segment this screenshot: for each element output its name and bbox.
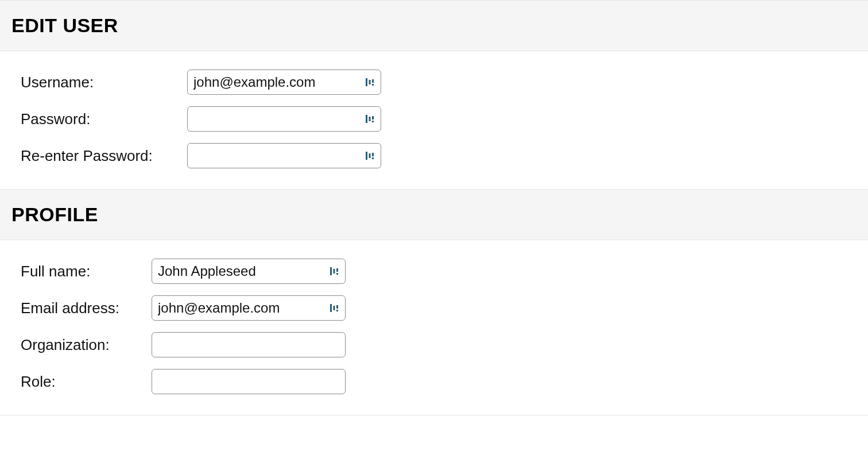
footer-divider (0, 415, 868, 415)
role-label: Role: (21, 373, 152, 391)
full-name-input-wrap (152, 259, 346, 284)
edit-user-header: EDIT USER (0, 0, 868, 51)
username-input-wrap (187, 70, 381, 95)
password-row: Password: (21, 106, 847, 132)
email-input[interactable] (152, 295, 346, 321)
full-name-label: Full name: (21, 263, 152, 280)
profile-heading: PROFILE (11, 203, 857, 226)
edit-user-heading: EDIT USER (11, 14, 857, 37)
organization-row: Organization: (21, 332, 847, 357)
password-input[interactable] (187, 106, 381, 132)
password-input-wrap (187, 106, 381, 132)
email-row: Email address: (21, 295, 847, 321)
email-input-wrap (152, 295, 346, 321)
role-row: Role: (21, 369, 847, 394)
role-input-wrap (152, 369, 346, 394)
reenter-password-label: Re-enter Password: (21, 147, 187, 165)
reenter-password-input-wrap (187, 143, 381, 168)
password-label: Password: (21, 110, 187, 128)
profile-body: Full name: Email address: (0, 240, 868, 415)
organization-input[interactable] (152, 332, 346, 357)
username-input[interactable] (187, 70, 381, 95)
profile-header: PROFILE (0, 189, 868, 240)
email-label: Email address: (21, 299, 152, 317)
reenter-password-row: Re-enter Password: (21, 143, 847, 168)
role-input[interactable] (152, 369, 346, 394)
organization-label: Organization: (21, 336, 152, 354)
full-name-input[interactable] (152, 259, 346, 284)
username-row: Username: (21, 70, 847, 95)
full-name-row: Full name: (21, 259, 847, 284)
username-label: Username: (21, 74, 187, 91)
edit-user-body: Username: Password: (0, 51, 868, 189)
reenter-password-input[interactable] (187, 143, 381, 168)
organization-input-wrap (152, 332, 346, 357)
